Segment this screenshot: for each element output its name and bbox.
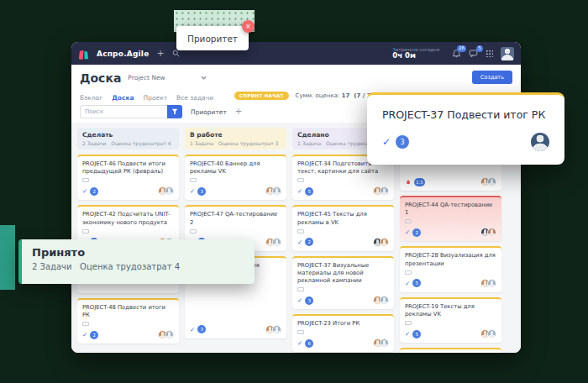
avatar[interactable] — [380, 238, 389, 247]
task-card[interactable]: PROJECT-45 Тексты для рекламы в VK ✓ 2 — [292, 205, 394, 250]
check-icon: ✓ — [405, 228, 410, 236]
top-navbar: Аспро.Agile + Затрачено сегодня 0ч 0м 26… — [71, 42, 521, 65]
task-card[interactable]: PROJECT-48 Подвести итоги РК ✓ 2 — [77, 298, 179, 344]
avatar[interactable] — [165, 330, 174, 339]
assignees — [375, 186, 389, 196]
avatar[interactable] — [380, 296, 389, 305]
estimate-badge: 3 — [197, 325, 206, 333]
add-filter-button[interactable]: + — [235, 108, 242, 116]
summary-estimate: Сумм. оценка: 17 (7 / 7) — [296, 92, 374, 99]
avatar[interactable] — [272, 325, 281, 334]
avatar[interactable] — [487, 177, 496, 186]
avatar[interactable] — [487, 279, 496, 288]
card-title: PROJECT-28 Визуализация для презентации — [405, 252, 496, 267]
priority-filter-chip[interactable]: Приоритет — [191, 108, 227, 116]
card-footer: ✓ 5 — [405, 275, 496, 288]
check-icon: ✓ — [405, 330, 410, 338]
create-button[interactable]: Создать — [472, 71, 512, 84]
card-title: PROJECT-40 Баннер для рекламы VK — [190, 160, 281, 176]
check-icon: ✓ — [82, 187, 87, 195]
search-icon[interactable] — [172, 50, 180, 57]
task-card[interactable]: PROJECT-19 Тексты для рекламы VK ✓ 5 — [400, 297, 501, 343]
accepted-meta: 2 Задачи Оценка трудозатрат 4 — [32, 262, 244, 271]
estimate-badge: 2 — [90, 187, 98, 196]
avatar[interactable] — [487, 329, 496, 338]
assignees — [483, 228, 496, 237]
estimate-badge: 3 — [305, 296, 313, 305]
avatar[interactable] — [272, 238, 281, 247]
check-icon: ✓ — [297, 339, 302, 347]
avatar[interactable] — [165, 186, 174, 196]
avatar[interactable] — [487, 228, 496, 237]
card-footer: ✓ 3 — [190, 182, 281, 196]
time-tracked: Затрачено сегодня 0ч 0м — [392, 47, 439, 60]
task-card[interactable]: PROJECT-28 Визуализация для презентации … — [400, 246, 501, 291]
tab-бэклог[interactable]: Бэклог — [80, 92, 102, 105]
check-icon: ✓ — [190, 187, 195, 195]
estimate-badge: 2 — [90, 331, 98, 339]
task-card[interactable]: PROJECT-44 QA-тестирование 1 ✓ 2 — [400, 196, 501, 241]
chevron-down-icon — [201, 75, 207, 81]
funnel-icon — [171, 108, 178, 115]
estimate-badge: 5 — [412, 330, 421, 338]
messages-badge: 5 — [476, 45, 483, 52]
tabs: БэклогДоскаПроектВсе задачи — [80, 87, 223, 103]
card-list: 1.5 PROJECT-44 QA-тестирование 1 ✓ 2 PRO… — [400, 154, 501, 353]
card-footer: ✓ 2 — [405, 223, 496, 237]
avatar[interactable] — [380, 338, 389, 348]
filter-button[interactable] — [167, 105, 182, 118]
assignees — [160, 186, 174, 196]
assignees — [375, 238, 389, 247]
user-avatar[interactable] — [501, 47, 514, 60]
estimate-badge: 2 — [305, 238, 313, 246]
sprint-status-badge: СПРИНТ НАЧАТ — [234, 92, 288, 100]
task-card[interactable]: PROJECT-37 Визуальные материалы для ново… — [292, 256, 394, 310]
app-logo-icon — [78, 48, 89, 59]
tab-все-задачи[interactable]: Все задачи — [176, 92, 213, 105]
card-title: PROJECT-46 Подвести итоги предыдущей РК … — [82, 160, 174, 176]
estimate-badge: 2 — [412, 228, 421, 237]
task-card[interactable]: PROJECT-23 Итоги РК ✓ 6 — [292, 314, 394, 352]
check-icon: ✓ — [82, 331, 87, 338]
time-tracked-value: 0ч 0м — [392, 52, 416, 60]
check-icon: ✓ — [190, 326, 195, 333]
estimate-badge: 1.5 — [414, 178, 425, 186]
assignees — [375, 338, 389, 348]
project-selector[interactable]: Project New — [128, 74, 206, 81]
add-icon[interactable]: + — [156, 49, 164, 58]
column-meta: 1 Задача Оценка трудозатрат 3 — [190, 140, 281, 146]
assignees — [160, 330, 174, 339]
card-title: PROJECT-37 Визуальные материалы для ново… — [297, 262, 389, 286]
card-title: PROJECT-48 Подвести итоги РК — [82, 304, 174, 319]
card-footer: ✓ 5 — [297, 182, 389, 196]
task-title: PROJECT-37 Подвести итог РК — [382, 108, 549, 121]
task-card[interactable]: PROJECT-16 Подвести итоги РК — [400, 348, 501, 353]
assignees — [483, 279, 496, 288]
estimate-badge: 6 — [305, 339, 313, 348]
tab-проект[interactable]: Проект — [144, 92, 168, 105]
column-meta: 2 Задачи Оценка трудозатрат 4 — [82, 140, 174, 146]
avatar[interactable] — [272, 186, 281, 196]
card-list: PROJECT-34 Подготовить текст, картинки д… — [292, 155, 394, 352]
close-icon[interactable]: ✕ — [242, 20, 255, 33]
overdue-icon — [405, 179, 412, 186]
check-icon: ✓ — [297, 187, 302, 195]
column-title: Сделать — [82, 131, 174, 139]
task-card[interactable]: PROJECT-40 Баннер для рекламы VK ✓ 3 — [185, 155, 286, 200]
notifications-badge: 26 — [457, 45, 466, 52]
app-window: Аспро.Agile + Затрачено сегодня 0ч 0м 26… — [71, 42, 521, 353]
task-preview-card[interactable]: PROJECT-37 Подвести итог РК ✓ 3 — [367, 92, 564, 165]
search-input[interactable] — [80, 105, 167, 118]
accepted-column-overlay: Принято 2 Задачи Оценка трудозатрат 4 — [18, 239, 255, 284]
assignees — [483, 177, 496, 186]
notifications-icon[interactable]: 26 — [452, 49, 461, 58]
task-card[interactable]: PROJECT-46 Подвести итоги предыдущей РК … — [77, 155, 179, 200]
check-icon: ✓ — [382, 136, 391, 148]
messages-icon[interactable]: 5 — [469, 49, 478, 58]
card-title: PROJECT-45 Тексты для рекламы в VK — [297, 211, 389, 226]
card-title: PROJECT-19 Тексты для рекламы VK — [405, 303, 496, 318]
avatar[interactable] — [380, 186, 389, 196]
apps-grid-icon[interactable] — [486, 50, 493, 57]
assignees — [483, 329, 496, 338]
estimate-badge: 5 — [412, 279, 421, 287]
